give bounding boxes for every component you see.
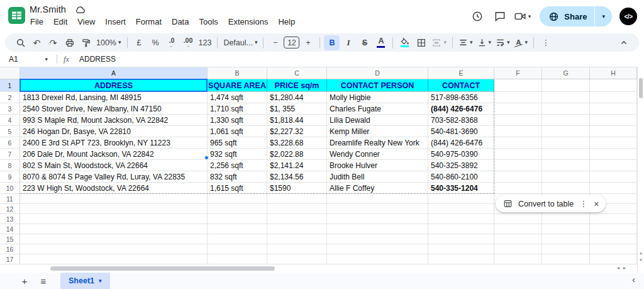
cell[interactable] [267,214,327,224]
cell[interactable] [428,224,494,234]
cell[interactable] [327,254,428,264]
cell[interactable] [267,244,327,254]
version-history-button[interactable] [469,8,486,25]
column-header-F[interactable]: F [494,67,542,79]
text-wrap-button[interactable]: ▾ [494,35,512,50]
format-percent-button[interactable]: % [148,35,164,50]
redo-button[interactable]: ↷ [45,35,61,50]
share-dropdown-button[interactable]: ▾ [595,6,612,26]
cell[interactable]: Lilia Dewald [327,115,428,126]
decrease-decimal-button[interactable]: .0← [164,35,180,50]
row-header[interactable]: 15 [0,234,20,244]
cell[interactable] [494,183,542,194]
cell[interactable] [494,115,542,126]
cell[interactable] [494,254,542,264]
vertical-scrollbar[interactable]: ▴ ▾ [637,67,644,273]
cell[interactable]: Charles Fugate [327,103,428,115]
cell[interactable]: Wendy Conner [327,149,428,160]
cell[interactable]: $1, 355 [267,103,327,115]
cell[interactable]: (844) 426-6476 [428,103,494,115]
cell[interactable] [20,194,208,204]
cell[interactable]: SQUARE AREA [208,79,267,92]
menu-format[interactable]: Format [131,16,167,27]
cell[interactable] [327,234,428,244]
cell[interactable] [208,244,267,254]
cell[interactable]: 932 sqft [208,149,267,160]
cell[interactable] [590,79,637,92]
merge-cells-button[interactable]: ▾ [430,35,448,50]
row-header[interactable]: 3 [0,103,20,115]
cell[interactable]: 703-582-8368 [428,115,494,126]
font-select[interactable]: Defaul...▾ [221,35,259,50]
scroll-right-icon[interactable]: ▸ [623,265,626,271]
cell[interactable] [327,244,428,254]
italic-button[interactable]: I [340,35,356,50]
column-header-B[interactable]: B [208,67,267,79]
scroll-up-icon[interactable]: ▴ [640,251,642,256]
cell[interactable] [208,254,267,264]
text-color-button[interactable]: A [373,35,389,50]
menu-view[interactable]: View [72,16,100,27]
cell[interactable] [267,234,327,244]
cell[interactable] [590,149,637,160]
menu-data[interactable]: Data [167,16,194,27]
cell[interactable] [327,194,428,204]
row-header[interactable]: 2 [0,92,20,103]
cell[interactable] [590,234,637,244]
cell[interactable] [20,204,208,214]
cell[interactable] [542,214,590,224]
convert-to-table-button[interactable]: Convert to table [518,200,574,208]
formula-input[interactable]: ADDRESS [79,55,116,64]
cell[interactable]: 1,710 sqft [208,103,267,115]
cell[interactable] [542,234,590,244]
cell[interactable] [542,115,590,126]
cell[interactable] [542,183,590,194]
cell[interactable] [494,137,542,149]
cell[interactable] [494,244,542,254]
menu-extensions[interactable]: Extensions [223,16,274,27]
bold-button[interactable]: B [324,35,340,50]
print-button[interactable] [62,35,77,50]
name-box[interactable]: A1 ▾ [9,55,48,64]
cell[interactable]: 540-335-1204 [428,183,494,194]
cell[interactable] [590,224,637,234]
cell[interactable]: $3,228.68 [267,137,327,149]
row-header[interactable]: 1 [0,79,20,92]
horizontal-align-button[interactable]: ▾ [457,35,475,50]
cell[interactable] [494,234,542,244]
menu-help[interactable]: Help [273,16,300,27]
comments-button[interactable] [491,8,509,25]
cell[interactable]: 832 sqft [208,171,267,183]
cell[interactable]: $2,141.24 [267,160,327,171]
cell[interactable] [590,214,637,224]
cell[interactable]: CONTACT PERSON [327,79,428,92]
cell[interactable]: Molly Higbie [327,92,428,103]
cell[interactable] [590,137,637,149]
add-sheet-button[interactable]: + [16,273,33,288]
cell[interactable]: 540-975-0390 [428,149,494,160]
row-header[interactable]: 8 [0,160,20,171]
sheets-logo-icon[interactable] [8,7,25,24]
row-header[interactable]: 5 [0,126,20,137]
all-sheets-button[interactable]: ≡ [35,273,52,288]
cell[interactable]: CONTACT [428,79,494,92]
cell[interactable] [267,224,327,234]
cell[interactable]: Kemp Miller [327,126,428,137]
cell[interactable] [208,204,267,214]
row-header[interactable]: 16 [0,244,20,254]
cell[interactable]: 802 S Main St, Woodstock, VA 22664 [20,160,208,171]
cell[interactable]: 206 Dale Dr, Mount Jackson, VA 22842 [20,149,208,160]
cell[interactable] [494,149,542,160]
cell[interactable]: Brooke Hulver [327,160,428,171]
cell[interactable]: 1,474 sqft [208,92,267,103]
cell[interactable] [20,224,208,234]
cell[interactable]: $2,022.88 [267,149,327,160]
cell[interactable]: $1,818.44 [267,115,327,126]
row-header[interactable]: 7 [0,149,20,160]
horizontal-scrollbar[interactable]: ◂ ▸ [20,264,637,273]
cell[interactable] [494,160,542,171]
cell[interactable] [590,183,637,194]
row-header[interactable]: 12 [0,204,20,214]
cell[interactable] [590,92,637,103]
close-icon[interactable]: × [594,199,599,209]
